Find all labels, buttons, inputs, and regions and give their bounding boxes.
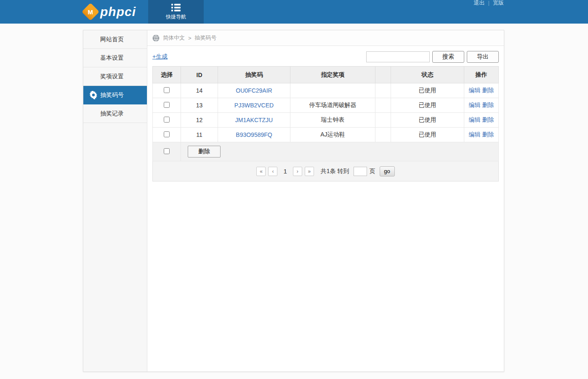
logo-text: phpci <box>100 5 136 19</box>
delete-link[interactable]: 删除 <box>482 101 494 108</box>
app-logo[interactable]: M phpci <box>84 0 136 24</box>
sidebar-item-lottery-codes[interactable]: 抽奖码号 <box>83 86 147 104</box>
delete-link[interactable]: 删除 <box>482 116 494 123</box>
total-count-text: 共1条 转到 <box>321 168 349 175</box>
page-suffix-label: 页 <box>370 168 375 175</box>
code-link[interactable]: JM1AKCTZJU <box>235 117 273 123</box>
generate-link[interactable]: +生成 <box>152 53 168 61</box>
row-empty-cell <box>375 98 391 113</box>
logo-mark: M <box>88 8 93 16</box>
list-menu-icon <box>171 3 181 12</box>
row-empty-cell <box>375 128 391 142</box>
col-status: 状态 <box>391 67 464 83</box>
col-prize: 指定奖项 <box>290 67 375 83</box>
table-header-row: 选择 ID 抽奖码 指定奖项 状态 操作 <box>153 67 499 83</box>
edit-link[interactable]: 编辑 <box>469 101 481 108</box>
top-links-divider: | <box>488 0 490 6</box>
bulk-delete-button[interactable]: 删除 <box>188 146 221 157</box>
row-status: 已使用 <box>391 98 464 113</box>
col-actions: 操作 <box>464 67 499 83</box>
table-row: 14 OU0FC29AIR 已使用 编辑删除 <box>153 83 499 98</box>
row-id: 14 <box>181 83 218 98</box>
last-page-button[interactable]: » <box>305 167 314 176</box>
content-area: 简体中文 > 抽奖码号 +生成 搜索 导出 选择 ID 抽奖码 指定奖项 <box>147 30 504 371</box>
row-id: 12 <box>181 113 218 128</box>
row-status: 已使用 <box>391 128 464 142</box>
top-header: M phpci 快捷导航 退出 | 宽版 <box>0 0 588 24</box>
row-prize: AJ运动鞋 <box>290 128 375 142</box>
select-all-checkbox[interactable] <box>164 148 170 154</box>
row-checkbox[interactable] <box>164 131 170 137</box>
gear-icon <box>89 91 98 99</box>
search-input[interactable] <box>366 51 430 62</box>
row-checkbox[interactable] <box>164 87 170 93</box>
lottery-codes-table: 选择 ID 抽奖码 指定奖项 状态 操作 14 OU0FC29AIR 已使用 <box>152 66 499 181</box>
edit-link[interactable]: 编辑 <box>469 87 481 93</box>
search-button[interactable]: 搜索 <box>432 51 464 63</box>
edit-link[interactable]: 编辑 <box>469 131 481 138</box>
row-checkbox[interactable] <box>164 117 170 123</box>
pagination: « ‹ 1 › » 共1条 转到 页 go <box>153 166 498 176</box>
goto-page-input[interactable] <box>354 167 367 176</box>
row-prize: 停车场道闸破解器 <box>290 98 375 113</box>
toolbar-right: 搜索 导出 <box>366 51 499 63</box>
sidebar-item-prize-settings[interactable]: 奖项设置 <box>83 67 147 86</box>
row-prize <box>290 83 375 98</box>
sidebar-nav: 网站首页 基本设置 奖项设置 抽奖码号 抽奖记录 <box>83 30 147 371</box>
table-row: 12 JM1AKCTZJU 瑞士钟表 已使用 编辑删除 <box>153 113 499 128</box>
col-id: ID <box>181 67 218 83</box>
col-empty <box>375 67 391 83</box>
delete-link[interactable]: 删除 <box>482 87 494 93</box>
row-checkbox[interactable] <box>164 102 170 108</box>
code-link[interactable]: B93O9589FQ <box>236 131 272 138</box>
globe-icon <box>152 35 160 42</box>
breadcrumb: 简体中文 > 抽奖码号 <box>147 30 504 46</box>
breadcrumb-current: 抽奖码号 <box>195 34 217 42</box>
first-page-button[interactable]: « <box>256 167 266 176</box>
quick-nav-label: 快捷导航 <box>166 13 186 21</box>
breadcrumb-separator: > <box>188 35 192 41</box>
quick-nav-button[interactable]: 快捷导航 <box>148 0 204 24</box>
col-select: 选择 <box>153 67 181 83</box>
next-page-button[interactable]: › <box>293 167 302 176</box>
table-row: 11 B93O9589FQ AJ运动鞋 已使用 编辑删除 <box>153 128 499 142</box>
col-code: 抽奖码 <box>218 67 290 83</box>
code-link[interactable]: OU0FC29AIR <box>236 87 272 94</box>
go-button[interactable]: go <box>380 166 395 176</box>
breadcrumb-lang[interactable]: 简体中文 <box>163 34 185 42</box>
wide-mode-link[interactable]: 宽版 <box>493 0 504 6</box>
table-row: 13 PJ3WB2VCED 停车场道闸破解器 已使用 编辑删除 <box>153 98 499 113</box>
logout-link[interactable]: 退出 <box>474 0 485 6</box>
row-empty-cell <box>375 113 391 128</box>
sidebar-item-home[interactable]: 网站首页 <box>83 30 147 49</box>
main-panel: 网站首页 基本设置 奖项设置 抽奖码号 抽奖记录 简体中文 > 抽奖码号 +生成 <box>83 30 504 372</box>
row-id: 13 <box>181 98 218 113</box>
top-links: 退出 | 宽版 <box>474 0 504 6</box>
prev-page-button[interactable]: ‹ <box>268 167 277 176</box>
edit-link[interactable]: 编辑 <box>469 116 481 123</box>
row-status: 已使用 <box>391 83 464 98</box>
row-prize: 瑞士钟表 <box>290 113 375 128</box>
toolbar: +生成 搜索 导出 <box>147 46 504 66</box>
pagination-row: « ‹ 1 › » 共1条 转到 页 go <box>153 161 499 181</box>
delete-link[interactable]: 删除 <box>482 131 494 138</box>
sidebar-item-lottery-records[interactable]: 抽奖记录 <box>83 104 147 123</box>
bulk-action-row: 删除 <box>153 142 499 161</box>
sidebar-item-basic-settings[interactable]: 基本设置 <box>83 49 147 67</box>
logo-diamond-icon: M <box>82 3 99 21</box>
current-page: 1 <box>283 168 287 175</box>
row-status: 已使用 <box>391 113 464 128</box>
sidebar-item-label: 抽奖码号 <box>100 91 124 99</box>
code-link[interactable]: PJ3WB2VCED <box>234 102 274 109</box>
row-empty-cell <box>375 83 391 98</box>
row-id: 11 <box>181 128 218 142</box>
export-button[interactable]: 导出 <box>467 51 499 63</box>
